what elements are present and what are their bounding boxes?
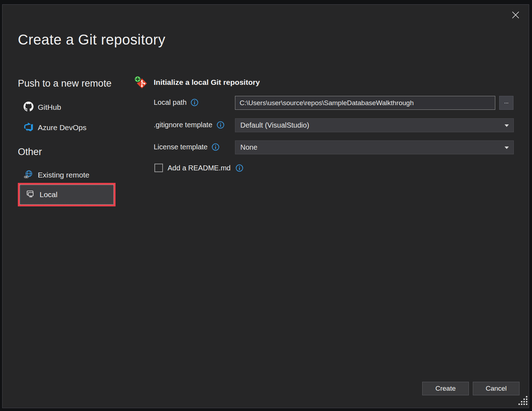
section-heading-other: Other — [18, 147, 42, 158]
local-path-label: Local path — [154, 98, 186, 107]
local-path-input[interactable] — [235, 96, 495, 110]
sidebar-item-label: Existing remote — [38, 171, 89, 179]
cancel-button[interactable]: Cancel — [473, 382, 520, 395]
chevron-down-icon — [505, 147, 509, 149]
create-button[interactable]: Create — [422, 382, 469, 395]
sidebar-item-local[interactable]: Local — [20, 185, 114, 205]
sidebar-item-label: Local — [40, 190, 57, 199]
close-button[interactable] — [508, 8, 523, 22]
gitignore-template-select[interactable]: Default (VisualStudio) — [235, 118, 514, 132]
license-template-select[interactable]: None — [235, 140, 514, 154]
git-init-icon — [134, 75, 149, 92]
github-icon — [24, 102, 34, 113]
gitignore-template-value: Default (VisualStudio) — [240, 121, 309, 129]
info-icon[interactable] — [211, 143, 220, 151]
sidebar-item-label: GitHub — [38, 103, 61, 112]
monitor-icon — [25, 189, 35, 201]
dialog-title: Create a Git repository — [18, 32, 165, 48]
azure-devops-icon — [24, 122, 34, 133]
section-heading-push-remote: Push to a new remote — [18, 78, 112, 89]
sidebar-item-local-highlight: Local — [18, 183, 116, 206]
close-icon — [511, 11, 520, 20]
info-icon[interactable] — [235, 164, 244, 172]
info-icon[interactable] — [190, 98, 199, 107]
browse-button[interactable]: ... — [499, 96, 513, 110]
sidebar-item-github[interactable]: GitHub — [18, 100, 116, 114]
license-template-label: License template — [154, 143, 208, 151]
form-heading: Initialize a local Git repository — [154, 78, 260, 87]
info-icon[interactable] — [216, 121, 225, 129]
sidebar-item-label: Azure DevOps — [38, 123, 87, 132]
license-template-value: None — [240, 143, 257, 151]
add-readme-checkbox[interactable] — [154, 164, 163, 172]
resize-grip[interactable] — [518, 396, 528, 407]
create-git-repository-dialog: Create a Git repository Push to a new re… — [2, 4, 529, 408]
sidebar-item-azure-devops[interactable]: Azure DevOps — [18, 120, 116, 135]
globe-link-icon — [24, 169, 34, 181]
sidebar-item-existing-remote[interactable]: Existing remote — [18, 168, 116, 182]
chevron-down-icon — [505, 124, 509, 127]
gitignore-template-label: .gitignore template — [154, 121, 213, 129]
add-readme-label: Add a README.md — [168, 164, 231, 172]
